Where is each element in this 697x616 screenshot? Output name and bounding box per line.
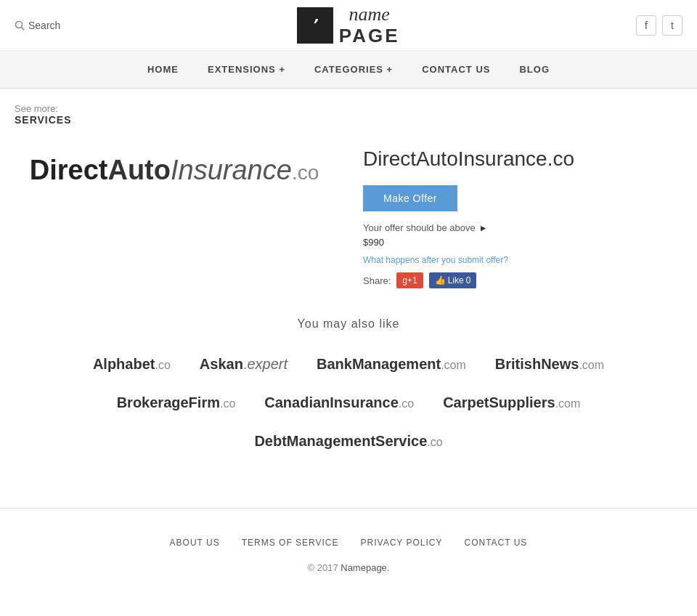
- fb-count: 0: [466, 275, 471, 285]
- facebook-like-button[interactable]: 👍 Like 0: [429, 272, 477, 288]
- fb-like-label: Like: [448, 275, 464, 285]
- also-like-section: You may also like Alphabet.co Askan.expe…: [15, 317, 682, 457]
- list-item[interactable]: BankManagement.com: [302, 349, 481, 380]
- offer-info: Your offer should be above ►: [363, 222, 682, 233]
- fb-thumbs-icon: 👍: [435, 275, 446, 285]
- footer-copyright: © 2017 Namepage.: [0, 555, 697, 588]
- list-item[interactable]: Alphabet.co: [78, 349, 185, 380]
- list-item[interactable]: Askan.expert: [185, 349, 302, 380]
- share-label: Share:: [363, 275, 391, 286]
- copyright-brand[interactable]: Namepage.: [341, 562, 389, 573]
- list-item[interactable]: BritishNews.com: [481, 349, 619, 380]
- top-bar: Search ʼ name PAGE f t: [0, 0, 697, 51]
- main-content: See more: SERVICES DirectAutoInsurance.c…: [0, 89, 697, 493]
- logo-name: name: [339, 4, 400, 25]
- nav-home[interactable]: HOME: [133, 51, 193, 88]
- domain-title: DirectAutoInsurance.co: [363, 147, 682, 171]
- svg-line-1: [22, 27, 25, 30]
- google-plus-button[interactable]: g+1: [396, 272, 423, 288]
- footer-about[interactable]: ABOUT US: [170, 538, 220, 548]
- offer-price: $990: [363, 237, 682, 248]
- make-offer-button[interactable]: Make Offer: [363, 185, 457, 211]
- also-like-grid-3: DebtManagementService.co: [15, 426, 682, 457]
- nav-extensions[interactable]: EXTENSIONS +: [193, 51, 300, 88]
- twitter-icon[interactable]: t: [662, 15, 682, 36]
- nav-categories[interactable]: CATEGORIES +: [300, 51, 407, 88]
- see-more-label: See more:: [15, 103, 682, 114]
- logo-page: PAGE: [339, 25, 400, 46]
- facebook-icon[interactable]: f: [636, 15, 656, 36]
- list-item[interactable]: DebtManagementService.co: [240, 426, 457, 457]
- search-label: Search: [28, 20, 60, 31]
- search-icon: [15, 20, 25, 31]
- twitter-label: t: [671, 20, 674, 31]
- offer-info-label: Your offer should be above: [363, 222, 476, 233]
- nav-contact[interactable]: CONTACT US: [407, 51, 505, 88]
- social-icons: f t: [636, 15, 682, 36]
- see-more: See more: SERVICES: [15, 103, 682, 126]
- also-like-grid-2: BrokerageFirm.co CanadianInsurance.co Ca…: [15, 387, 682, 418]
- list-item[interactable]: BrokerageFirm.co: [102, 387, 250, 418]
- list-item[interactable]: CanadianInsurance.co: [250, 387, 428, 418]
- logo-text: name PAGE: [339, 4, 400, 46]
- domain-info: DirectAutoInsurance.co Make Offer Your o…: [363, 140, 682, 288]
- domain-logo-text: DirectAutoInsurance.co: [30, 155, 319, 186]
- nav-bar: HOME EXTENSIONS + CATEGORIES + CONTACT U…: [0, 51, 697, 89]
- logo-link[interactable]: ʼ name PAGE: [297, 4, 400, 46]
- footer-terms[interactable]: TERMS OF SERVICE: [242, 538, 339, 548]
- footer-privacy[interactable]: PRIVACY POLICY: [361, 538, 443, 548]
- see-more-link[interactable]: SERVICES: [15, 114, 72, 126]
- facebook-label: f: [645, 20, 648, 31]
- share-row: Share: g+1 👍 Like 0: [363, 272, 682, 288]
- also-like-grid: Alphabet.co Askan.expert BankManagement.…: [15, 349, 682, 380]
- google-plus-label: g+1: [402, 275, 417, 285]
- footer-contact[interactable]: CONTACT US: [464, 538, 527, 548]
- copyright-prefix: © 2017: [308, 562, 341, 573]
- list-item[interactable]: CarpetSuppliers.com: [428, 387, 595, 418]
- footer-links: ABOUT US TERMS OF SERVICE PRIVACY POLICY…: [0, 523, 697, 555]
- footer-divider: [0, 508, 697, 508]
- also-like-title: You may also like: [15, 317, 682, 331]
- domain-section: DirectAutoInsurance.co DirectAutoInsuran…: [15, 140, 682, 288]
- nav-blog[interactable]: BLOG: [505, 51, 564, 88]
- logo-icon: ʼ: [297, 7, 333, 44]
- search-area[interactable]: Search: [15, 20, 60, 31]
- offer-arrow: ►: [479, 223, 488, 233]
- logo-area: ʼ name PAGE: [297, 4, 400, 46]
- domain-logo-area: DirectAutoInsurance.co: [15, 140, 334, 200]
- what-happens-link[interactable]: What happens after you submit offer?: [363, 255, 508, 265]
